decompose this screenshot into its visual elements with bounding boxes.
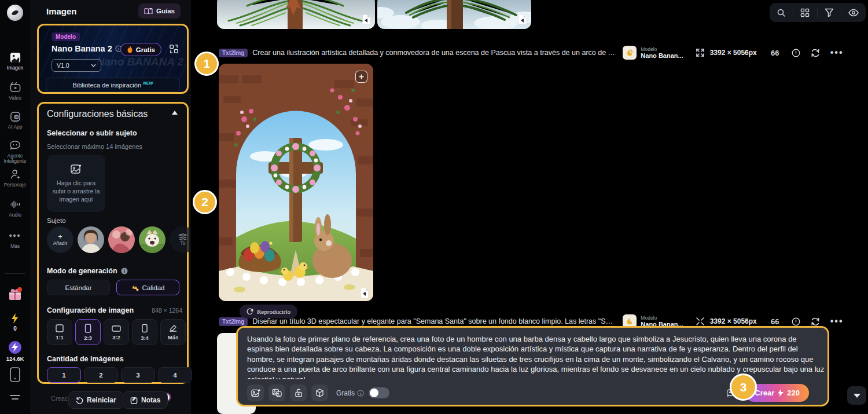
reproduce-label: Reproducirlo <box>257 308 290 315</box>
count-1-button[interactable]: 1 <box>47 367 81 383</box>
svg-text:66: 66 <box>771 318 779 325</box>
reset-icon <box>76 397 83 404</box>
notes-button[interactable]: Notas <box>123 391 168 409</box>
toggle-knob <box>370 389 378 397</box>
model-version: V1.0 <box>57 62 69 69</box>
character-reference-icon[interactable] <box>269 384 285 401</box>
fullscreen-icon[interactable] <box>696 49 704 57</box>
sidebar-item-agente[interactable]: Agente Inteligente <box>0 139 30 164</box>
fullscreen-icon[interactable] <box>696 317 704 325</box>
book-icon <box>144 8 153 15</box>
sidebar-item-audio[interactable]: Audio <box>0 198 30 218</box>
sidebar-label: Personaje <box>0 182 30 188</box>
model-name-row: Nano Banana 2 <box>52 44 122 53</box>
quote-prompt-icon[interactable]: 66 <box>771 318 780 325</box>
ratio-1-1-button[interactable]: 1:1 <box>47 319 72 345</box>
model-version-select[interactable]: V1.0 <box>52 59 101 72</box>
generated-image-palm-1[interactable] <box>217 0 375 29</box>
report-info-icon[interactable] <box>792 49 800 57</box>
video-icon <box>9 81 21 94</box>
remix-page-icon[interactable] <box>360 288 369 298</box>
prompt-textarea[interactable]: Usando la foto de primer plano de refere… <box>247 334 825 379</box>
sidebar-item-mas[interactable]: ••• Más <box>0 229 30 249</box>
switch-model-icon[interactable] <box>169 44 179 54</box>
image-size: 848 × 1264 <box>152 307 182 314</box>
ratio-3-2-button[interactable]: 3:2 <box>104 319 129 345</box>
count-2-button[interactable]: 2 <box>84 367 118 383</box>
avatar-dog[interactable] <box>139 226 165 253</box>
ratio-3-4-button[interactable]: 3:4 <box>132 319 157 345</box>
avatar-couple[interactable] <box>108 226 135 253</box>
filter-icon[interactable] <box>825 8 834 17</box>
app-logo[interactable] <box>7 5 23 21</box>
toolbar-divider <box>841 9 841 17</box>
reset-button[interactable]: Reiniciar <box>68 391 124 409</box>
quote-prompt-icon[interactable]: 66 <box>771 49 780 56</box>
add-image-icon[interactable] <box>247 384 264 401</box>
mobile-app-icon[interactable] <box>9 367 21 383</box>
report-info-icon[interactable] <box>792 317 800 326</box>
collapse-section-icon[interactable] <box>172 111 178 115</box>
regenerate-icon[interactable] <box>811 317 820 326</box>
credits-count: 124.6K <box>0 356 30 362</box>
remix-page-icon[interactable] <box>362 15 370 24</box>
annotation-number: 3 <box>740 380 747 394</box>
ratio-custom-button[interactable]: Más <box>160 319 186 345</box>
prompt-preview[interactable]: Crear una ilustración artística detallad… <box>252 49 616 57</box>
avatar-woman[interactable] <box>78 226 104 253</box>
person-icon <box>9 168 21 181</box>
sidebar-label: Imagen <box>0 65 30 71</box>
sidebar-item-ai-app[interactable]: AI AI App <box>0 110 30 130</box>
free-toggle[interactable] <box>369 387 389 398</box>
sidebar-item-imagen[interactable]: Imagen <box>0 51 30 71</box>
unlock-icon[interactable] <box>290 384 307 401</box>
mode-calidad-button[interactable]: Calidad <box>116 280 179 295</box>
image-config-row: Configuración de imagen 848 × 1264 <box>47 306 182 314</box>
generation-mode-row: Modo de generación <box>47 267 128 275</box>
generated-image-palm-2[interactable] <box>377 0 531 29</box>
grid-view-icon[interactable] <box>800 8 810 17</box>
count-value: 1 <box>62 372 65 379</box>
ai-app-icon: AI <box>9 110 21 123</box>
more-options-icon[interactable]: ••• <box>830 316 844 327</box>
upload-dropzone[interactable]: Haga clic para subir o arrastre la image… <box>47 155 105 212</box>
replay-icon <box>247 308 253 315</box>
generated-image-easter[interactable] <box>219 64 373 301</box>
bolt-counter[interactable]: 0 <box>0 313 30 332</box>
image-settings-panel: Imagen Guías Nano BANANA 2 Modelo Nano B… <box>30 0 191 414</box>
regenerate-icon[interactable] <box>811 49 820 57</box>
reproduce-button[interactable]: Reproducirlo <box>240 305 297 318</box>
svg-text:AI: AI <box>15 115 19 119</box>
annotation-circle-3: 3 <box>730 373 757 401</box>
subject-label: Sujeto <box>47 217 66 224</box>
guides-button[interactable]: Guías <box>138 3 181 19</box>
inspiration-library-button[interactable]: Biblioteca de inspiración NEW <box>46 78 180 92</box>
more-options-icon[interactable]: ••• <box>830 47 844 58</box>
asset-box-icon[interactable] <box>311 384 328 401</box>
ratio-2-3-button[interactable]: 2:3 <box>75 319 101 345</box>
remix-page-icon[interactable] <box>518 15 527 24</box>
prompt-preview[interactable]: Diseñar un título 3D espectacular y eleg… <box>252 317 616 325</box>
count-value: 4 <box>173 372 176 379</box>
free-badge[interactable]: Gratis <box>120 43 161 56</box>
image-dimensions: 3392 × 5056px <box>710 317 757 325</box>
credits-counter[interactable]: 124.6K <box>0 340 30 362</box>
model-chip-name: Nano Banan... <box>641 53 683 59</box>
sidebar-item-video[interactable]: Video <box>0 81 30 101</box>
scroll-down-button[interactable] <box>847 386 866 405</box>
model-chip-text: Modelo Nano Banan... <box>641 46 683 59</box>
mode-estandar-button[interactable]: Estándar <box>47 280 110 295</box>
info-icon <box>357 390 364 397</box>
count-3-button[interactable]: 3 <box>121 367 155 383</box>
collapse-menu-icon[interactable] <box>9 394 21 401</box>
search-icon[interactable] <box>777 8 786 17</box>
preview-eye-icon[interactable] <box>848 9 859 17</box>
count-4-button[interactable]: 4 <box>158 367 192 383</box>
add-subject-button[interactable]: + Añadir <box>47 226 73 253</box>
sidebar-item-personaje[interactable]: Personaje <box>0 168 30 188</box>
gift-icon[interactable] <box>8 286 23 302</box>
add-to-canvas-icon[interactable] <box>355 71 367 83</box>
stack-icon <box>178 233 187 240</box>
avatar-more[interactable]: To <box>170 226 190 253</box>
reset-label: Reiniciar <box>87 396 116 404</box>
